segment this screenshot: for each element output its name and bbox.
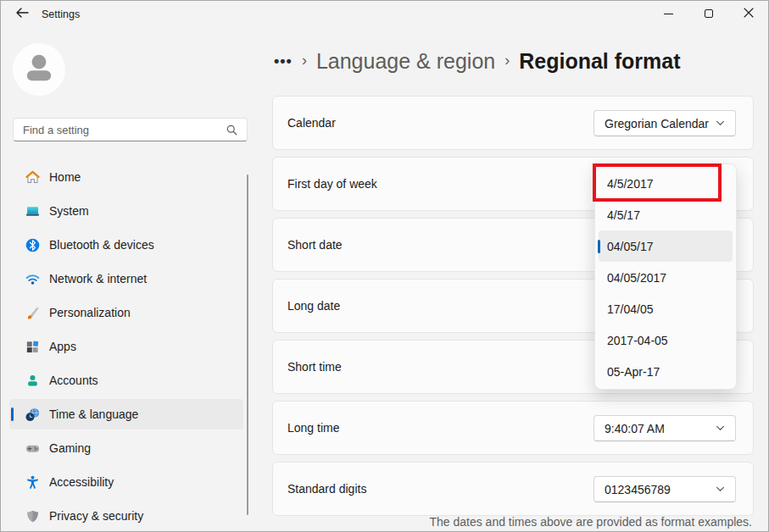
sidebar-item-network-internet[interactable]: Network & internet (9, 263, 243, 294)
sidebar-item-home[interactable]: Home (9, 162, 243, 192)
minimize-button[interactable] (649, 1, 688, 26)
minimize-icon (664, 14, 673, 14)
close-button[interactable] (728, 1, 768, 26)
sidebar-item-system[interactable]: System (9, 196, 243, 226)
sidebar-item-bluetooth-devices[interactable]: Bluetooth & devices (9, 230, 243, 260)
accessibility-icon (25, 474, 41, 490)
setting-row-standard-digits: Standard digits 0123456789 (272, 462, 754, 516)
breadcrumb-separator: › (504, 52, 510, 71)
sidebar-item-personalization[interactable]: Personalization (9, 297, 243, 328)
accounts-icon (25, 373, 41, 389)
home-icon (25, 169, 41, 186)
long-time-dropdown[interactable]: 9:40:07 AM (593, 415, 736, 441)
breadcrumb-overflow-button[interactable]: ••• (274, 53, 293, 70)
chevron-down-icon (716, 425, 725, 431)
page-title: Regional format (519, 49, 680, 74)
settings-window: Settings (0, 0, 769, 532)
network-icon (25, 271, 41, 287)
window-title: Settings (42, 1, 80, 28)
time-language-icon (25, 407, 41, 423)
back-arrow-icon (15, 6, 29, 23)
selected-indicator (598, 240, 600, 253)
maximize-button[interactable] (688, 1, 728, 26)
sidebar-item-time-language[interactable]: Time & language (9, 399, 243, 429)
calendar-dropdown[interactable]: Gregorian Calendar (593, 110, 736, 136)
flyout-option[interactable]: 4/5/2017 (599, 168, 733, 199)
breadcrumb-parent-link[interactable]: Language & region (316, 49, 495, 74)
flyout-option[interactable]: 2017-04-05 (599, 324, 733, 356)
sidebar-item-accessibility[interactable]: Accessibility (9, 467, 243, 497)
privacy-icon (25, 508, 41, 524)
chevron-down-icon (716, 120, 725, 126)
sidebar-scrollbar[interactable] (247, 175, 248, 515)
close-icon (744, 6, 754, 21)
sidebar-item-apps[interactable]: Apps (9, 331, 243, 362)
personalization-icon (25, 305, 41, 321)
format-examples-note: The dates and times above are provided a… (429, 515, 752, 529)
gaming-icon (25, 441, 41, 457)
flyout-option[interactable]: 05-Apr-17 (599, 356, 733, 387)
setting-row-long-time: Long time 9:40:07 AM (272, 401, 754, 455)
apps-icon (25, 339, 41, 355)
maximize-icon (705, 9, 713, 18)
person-icon (21, 50, 57, 89)
flyout-option[interactable]: 4/5/17 (599, 199, 733, 230)
user-avatar[interactable] (13, 43, 65, 96)
bluetooth-icon (25, 237, 41, 253)
flyout-option[interactable]: 04/05/2017 (599, 262, 733, 293)
setting-row-calendar: Calendar Gregorian Calendar (272, 96, 754, 150)
breadcrumb: ••• › Language & region › Regional forma… (274, 44, 681, 78)
flyout-option[interactable]: 17/04/05 (599, 293, 733, 324)
sidebar-item-gaming[interactable]: Gaming (9, 433, 243, 463)
system-icon (25, 203, 41, 219)
sidebar-item-accounts[interactable]: Accounts (9, 365, 243, 396)
search-icon (226, 124, 238, 136)
date-format-flyout: 4/5/2017 4/5/17 04/05/17 04/05/2017 17/0… (594, 163, 737, 390)
standard-digits-dropdown[interactable]: 0123456789 (593, 476, 736, 502)
flyout-option-selected[interactable]: 04/05/17 (599, 230, 733, 262)
breadcrumb-separator: › (302, 52, 307, 71)
search-box (13, 118, 248, 141)
search-input[interactable] (14, 124, 226, 136)
selected-indicator (11, 407, 14, 421)
titlebar: Settings (1, 1, 768, 28)
sidebar-nav: Home System Bluetooth & devices Network … (9, 162, 243, 532)
sidebar-item-privacy-security[interactable]: Privacy & security (9, 501, 243, 531)
back-button[interactable] (8, 3, 36, 25)
chevron-down-icon (716, 486, 725, 492)
